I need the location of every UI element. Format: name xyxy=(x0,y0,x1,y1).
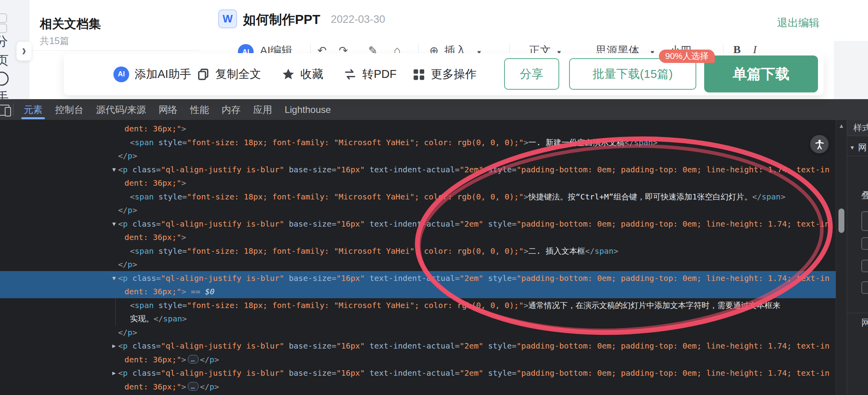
code-line[interactable]: </p> xyxy=(0,326,836,339)
code-line[interactable]: dent: 36px;"> xyxy=(0,231,836,244)
expand-closed-icon[interactable]: ▶ xyxy=(112,339,116,353)
code-line[interactable]: ▶<p class="ql-align-justify is-blur" bas… xyxy=(0,393,836,395)
code-line[interactable]: <span style="font-size: 18px; font-famil… xyxy=(0,190,836,203)
star-icon xyxy=(282,68,295,81)
more-actions-label: 更多操作 xyxy=(431,66,477,82)
add-ai-assistant-button[interactable]: AI 添加AI助手 xyxy=(113,53,191,95)
code-line[interactable]: </p> xyxy=(0,203,836,217)
code-line[interactable]: </p> xyxy=(0,149,836,162)
devtools-tab-元素[interactable]: 元素 xyxy=(17,99,49,120)
collapsed-content-ellipsis[interactable]: … xyxy=(188,355,198,364)
caret-down-icon: ▼ xyxy=(849,144,855,151)
device-toolbar-icon-phone xyxy=(5,107,11,116)
styles-pane-glyph: 叠 xyxy=(861,189,868,201)
code-line[interactable]: dent: 36px;"> xyxy=(0,122,836,135)
code-line[interactable]: dent: 36px;">…</p> xyxy=(0,353,836,366)
accessibility-widget-button[interactable] xyxy=(810,135,829,153)
document-action-bar: AI 添加AI助手 复制全文 收藏 转PDF xyxy=(64,53,823,95)
sidebar-icon-fragment xyxy=(0,72,9,86)
devtools-tab-内存[interactable]: 内存 xyxy=(215,99,247,120)
copy-all-label: 复制全文 xyxy=(215,66,261,82)
collapsed-content-ellipsis[interactable]: … xyxy=(188,382,198,391)
devtools-tab-bar: 元素控制台源代码/来源网络性能内存应用Lighthouse xyxy=(0,99,868,120)
code-line[interactable]: ▼<p class="ql-align-justify is-blur" bas… xyxy=(0,271,836,285)
styles-pane-sliver: 样式 ▼ 网 叠 网 xyxy=(847,120,868,395)
share-button[interactable]: 分享 xyxy=(504,58,559,90)
more-actions-button[interactable]: 更多操作 xyxy=(412,53,477,95)
expand-open-icon[interactable]: ▼ xyxy=(112,163,116,176)
styles-pane-button[interactable] xyxy=(861,211,868,231)
accessibility-person-icon xyxy=(814,138,825,150)
styles-pane-button[interactable] xyxy=(861,237,868,250)
favorite-button[interactable]: 收藏 xyxy=(282,53,323,95)
code-line[interactable]: ▼<p class="ql-align-justify is-blur" bas… xyxy=(0,217,836,231)
to-pdf-button[interactable]: 转PDF xyxy=(343,53,397,95)
batch-download-button[interactable]: 批量下载(15篇) xyxy=(569,58,696,90)
grid-icon xyxy=(412,68,425,81)
code-line[interactable]: dent: 36px;"> == $0 xyxy=(0,285,836,298)
expand-closed-icon[interactable]: ▶ xyxy=(112,393,116,395)
devtools-scrollbar[interactable]: ▲ xyxy=(836,120,847,395)
devtools-panel: 元素控制台源代码/来源网络性能内存应用Lighthouse dent: 36px… xyxy=(0,99,868,395)
devtools-tab-应用[interactable]: 应用 xyxy=(247,99,278,120)
popularity-badge: 90%人选择 xyxy=(659,50,715,63)
devtools-tab-控制台[interactable]: 控制台 xyxy=(49,99,90,120)
to-pdf-label: 转PDF xyxy=(362,66,397,82)
copy-all-button[interactable]: 复制全文 xyxy=(197,53,261,95)
devtools-tab-Lighthouse[interactable]: Lighthouse xyxy=(278,99,337,120)
expand-open-icon[interactable]: ▼ xyxy=(112,271,116,285)
styles-section-label: 网 xyxy=(858,142,867,153)
transfer-arrows-icon xyxy=(343,68,357,81)
favorite-label: 收藏 xyxy=(300,66,323,82)
code-line[interactable]: <span style="font-size: 18px; font-famil… xyxy=(0,299,836,312)
scrollbar-thumb[interactable] xyxy=(838,209,844,233)
elements-tree[interactable]: dent: 36px;"><span style="font-size: 18p… xyxy=(0,120,836,395)
code-line[interactable]: ▼<p class="ql-align-justify is-blur" bas… xyxy=(0,163,836,176)
styles-pane-header[interactable]: 样式 xyxy=(847,120,868,136)
code-line[interactable]: dent: 36px;"> xyxy=(0,176,836,190)
code-line[interactable]: ▶<p class="ql-align-justify is-blur" bas… xyxy=(0,339,836,353)
code-line[interactable]: dent: 36px;">…</p> xyxy=(0,380,836,393)
devtools-tab-源代码/来源[interactable]: 源代码/来源 xyxy=(90,99,152,120)
styles-section-row[interactable]: ▼ 网 xyxy=(847,139,868,156)
styles-pane-button[interactable] xyxy=(861,260,868,272)
divider xyxy=(847,313,868,313)
devtools-tabs: 元素控制台源代码/来源网络性能内存应用Lighthouse xyxy=(17,99,337,120)
devtools-tab-性能[interactable]: 性能 xyxy=(184,99,215,120)
expand-open-icon[interactable]: ▼ xyxy=(112,217,116,231)
code-line[interactable]: 实现。</span> xyxy=(0,312,836,325)
code-line[interactable]: </p> xyxy=(0,258,836,271)
code-line[interactable]: <span style="font-size: 18px; font-famil… xyxy=(0,136,836,149)
devtools-tab-网络[interactable]: 网络 xyxy=(152,99,184,120)
add-ai-label: 添加AI助手 xyxy=(135,66,191,82)
code-line[interactable]: ▶<p class="ql-align-justify is-blur" bas… xyxy=(0,366,836,380)
styles-pane-glyph: 网 xyxy=(861,317,868,329)
code-line[interactable]: <span style="font-size: 18px; font-famil… xyxy=(0,244,836,258)
copy-icon xyxy=(197,68,210,81)
expand-closed-icon[interactable]: ▶ xyxy=(112,366,116,380)
ai-logo-icon: AI xyxy=(113,66,129,82)
styles-pane-button[interactable] xyxy=(861,281,868,294)
toolbar-divider xyxy=(13,104,13,116)
screen: 分 页 手 相关文档集 共15篇 › W 如何制作PPT 2022-03-30 … xyxy=(0,0,868,395)
scroll-up-arrow-icon[interactable]: ▲ xyxy=(838,122,844,129)
single-download-button[interactable]: 单篇下载 xyxy=(704,55,818,92)
